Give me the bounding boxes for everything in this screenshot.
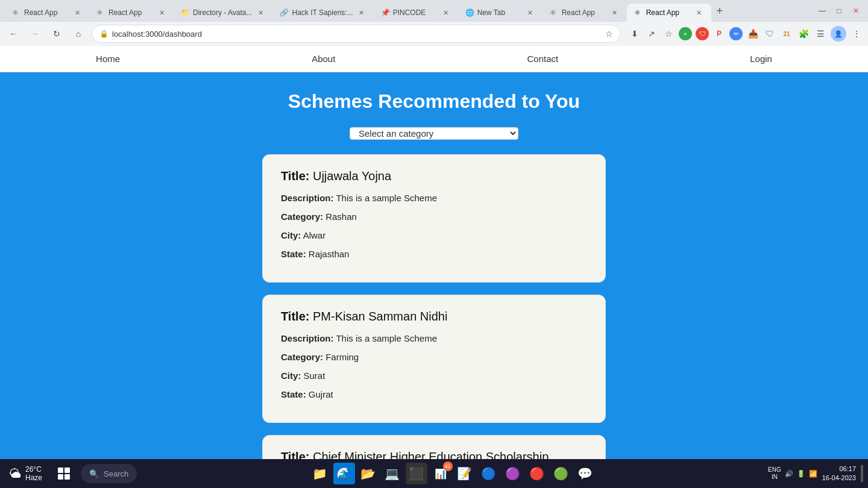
tab-close-7[interactable]: ✕: [610, 8, 620, 17]
site-navbar: Home About Contact Login: [0, 46, 868, 72]
tab-bar: ⚛ React App ✕ ⚛ React App ✕ 📁 Directory …: [0, 0, 868, 22]
title-value-2: PM-Kisan Samman Nidhi: [313, 310, 447, 323]
scheme-category-1: Category: Rashan: [281, 211, 587, 222]
tab-label-8: React App: [646, 8, 691, 17]
tab-pincode[interactable]: 📌 PINCODE ✕: [374, 4, 458, 22]
taskbar: 🌥 26°C Haze 🔍 Search 📁 🌊 📂 💻 ⬛ 📊 41 📝 🔵 …: [0, 459, 868, 488]
ext-shield-icon[interactable]: 🛡: [763, 27, 776, 40]
tab-close-4[interactable]: ✕: [357, 8, 366, 17]
battery-icon[interactable]: 🔋: [797, 470, 805, 478]
address-bar[interactable]: 🔒 localhost:3000/dashboard ☆: [92, 25, 621, 43]
back-button[interactable]: ←: [5, 25, 22, 42]
tab-close-2[interactable]: ✕: [157, 8, 166, 17]
forward-button[interactable]: →: [27, 25, 43, 42]
ext-puzzle-icon[interactable]: 🧩: [797, 27, 810, 40]
star-icon[interactable]: ☆: [605, 29, 613, 39]
taskbar-sys-icons: ENGIN 🔊 🔋 📶: [768, 466, 817, 481]
category-select[interactable]: Select an category Rashan Farming Educat…: [350, 127, 518, 140]
scheme-state-2: State: Gujrat: [281, 389, 587, 399]
menu-icon[interactable]: ⋮: [850, 27, 863, 40]
taskbar-clock: 06:17 16-04-2023: [822, 465, 856, 483]
tab-label-1: React App: [24, 8, 69, 17]
state-value-2: Gujrat: [309, 389, 333, 399]
home-button[interactable]: ⌂: [70, 25, 87, 42]
taskbar-red-app-icon[interactable]: 🔴: [526, 463, 548, 484]
search-placeholder: Search: [104, 469, 128, 478]
refresh-button[interactable]: ↻: [48, 25, 65, 42]
taskbar-app-icons: 📁 🌊 📂 💻 ⬛ 📊 41 📝 🔵 🟣 🔴 🟢 💬: [140, 463, 764, 484]
ext-pdf-icon[interactable]: P: [712, 27, 726, 40]
scheme-card-1: Title: Ujjawala Yojna Description: This …: [262, 154, 606, 283]
desc-value-2: This is a sample Scheme: [336, 333, 437, 343]
address-bar-row: ← → ↻ ⌂ 🔒 localhost:3000/dashboard ☆ ⬇ ↗…: [0, 22, 868, 46]
show-desktop-icon[interactable]: [861, 465, 863, 482]
tab-close-3[interactable]: ✕: [256, 8, 265, 17]
volume-icon[interactable]: 🔊: [785, 470, 793, 478]
scheme-card-3: Title: Chief Minister Higher Education S…: [262, 435, 606, 459]
scheme-card-2: Title: PM-Kisan Samman Nidhi Description…: [262, 295, 606, 423]
url-text: localhost:3000/dashboard: [112, 30, 602, 39]
tab-react-app-1[interactable]: ⚛ React App ✕: [5, 4, 89, 22]
nav-about[interactable]: About: [288, 54, 359, 64]
tab-react-app-2[interactable]: ⚛ React App ✕: [89, 4, 174, 22]
state-value-1: Rajasthan: [309, 249, 350, 259]
lang-icon: ENGIN: [768, 466, 781, 481]
taskbar-whatsapp-icon[interactable]: 💬: [574, 463, 596, 484]
sidebar-toggle-icon[interactable]: ☰: [814, 27, 827, 40]
minimize-button[interactable]: —: [815, 4, 829, 18]
network-icon[interactable]: 📶: [809, 470, 817, 478]
scheme-title-2: Title: PM-Kisan Samman Nidhi: [281, 310, 587, 324]
taskbar-notepad-icon[interactable]: 📝: [454, 463, 476, 484]
taskbar-right: ENGIN 🔊 🔋 📶 06:17 16-04-2023: [768, 465, 863, 483]
tab-hack-it[interactable]: 🔗 Hack IT Sapiens:... ✕: [272, 4, 373, 22]
tab-favicon-3: 📁: [181, 8, 189, 17]
clock-time: 06:17: [822, 465, 856, 474]
start-button[interactable]: [53, 463, 75, 484]
taskbar-edge-icon[interactable]: 🌊: [333, 463, 355, 484]
cat-label-1: Category:: [281, 211, 323, 222]
taskbar-vscode-icon[interactable]: 💻: [382, 463, 403, 484]
taskbar-explorer-icon[interactable]: 📂: [357, 463, 379, 484]
download-icon[interactable]: ⬇: [628, 27, 641, 40]
new-tab-button[interactable]: +: [711, 2, 728, 19]
profile-icon[interactable]: 👤: [831, 26, 846, 42]
ext-blue-icon[interactable]: ✏: [729, 27, 743, 40]
ext-red-icon[interactable]: 🛡: [696, 27, 709, 40]
tab-react-app-7[interactable]: ⚛ React App ✕: [542, 4, 627, 22]
taskbar-files-icon[interactable]: 📁: [309, 463, 331, 484]
close-button[interactable]: ✕: [849, 4, 863, 18]
scheme-city-2: City: Surat: [281, 371, 587, 381]
tab-close-1[interactable]: ✕: [72, 8, 82, 17]
share-icon[interactable]: ↗: [645, 27, 658, 40]
nav-home[interactable]: Home: [72, 54, 144, 64]
taskbar-weather: 🌥 26°C Haze: [5, 465, 47, 482]
maximize-button[interactable]: □: [832, 4, 846, 18]
taskbar-terminal-icon[interactable]: ⬛: [406, 463, 427, 484]
cat-label-2: Category:: [281, 352, 323, 362]
ext-21-icon[interactable]: 21: [780, 27, 793, 40]
weather-condition: Haze: [25, 474, 42, 482]
tab-close-8[interactable]: ✕: [694, 8, 704, 17]
notification-badge: 41: [443, 461, 453, 471]
taskbar-chrome2-icon[interactable]: 🟢: [550, 463, 572, 484]
scheme-title-3: Title: Chief Minister Higher Education S…: [281, 450, 587, 459]
ext-pocket-icon[interactable]: 📥: [746, 27, 760, 40]
windows-logo: [58, 468, 70, 480]
tab-new-tab[interactable]: 🌐 New Tab ✕: [458, 4, 542, 22]
city-value-2: Surat: [304, 371, 326, 381]
ext-green-icon[interactable]: +: [679, 27, 692, 40]
scheme-city-1: City: Alwar: [281, 230, 587, 240]
tab-react-app-8[interactable]: ⚛ React App ✕: [627, 4, 711, 22]
tab-directory[interactable]: 📁 Directory - Avata... ✕: [174, 4, 272, 22]
tab-close-5[interactable]: ✕: [441, 8, 451, 17]
nav-contact[interactable]: Contact: [503, 54, 582, 64]
nav-login[interactable]: Login: [726, 54, 796, 64]
tab-favicon-6: 🌐: [465, 8, 474, 17]
taskbar-chrome-icon[interactable]: 🔵: [478, 463, 500, 484]
weather-icon: 🌥: [10, 467, 22, 481]
tab-close-6[interactable]: ✕: [526, 8, 535, 17]
taskbar-counter-icon[interactable]: 📊 41: [430, 463, 451, 484]
taskbar-search[interactable]: 🔍 Search: [81, 464, 137, 483]
bookmark-icon[interactable]: ☆: [662, 27, 675, 40]
taskbar-purple-app-icon[interactable]: 🟣: [502, 463, 524, 484]
